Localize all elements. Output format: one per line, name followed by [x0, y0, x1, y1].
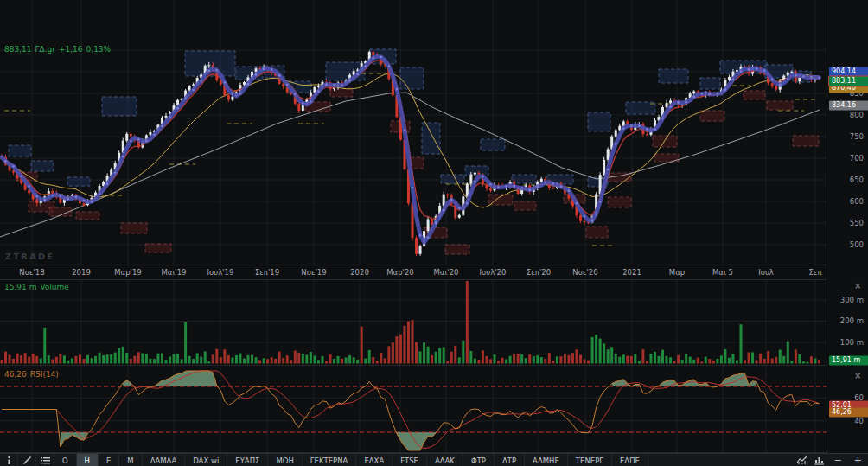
time-axis[interactable]: Νοε'182019Μαρ'19Μαι'19Ιουλ'19Σεπ'19Νοε'1… — [0, 265, 868, 280]
toolbar-item-FTSE[interactable]: FTSE — [393, 454, 427, 466]
toolbar-item-Μ[interactable]: Μ — [119, 454, 142, 466]
toolbar-right-group: −+ — [794, 454, 868, 466]
time-axis-label: Μαρ — [669, 268, 685, 277]
time-axis-label: Νοε'20 — [572, 268, 597, 277]
toolbar-item-ΕΛΧΑ[interactable]: ΕΛΧΑ — [356, 454, 393, 466]
band-upper-badge: 904,14 — [829, 67, 868, 76]
time-axis-label: Νοε'18 — [19, 268, 44, 277]
rsi-value-badge: 46,26 — [829, 407, 868, 417]
toolbar-draw-icon[interactable] — [18, 454, 36, 466]
rsi-value-text: 46,26 — [4, 370, 27, 379]
toolbar-item-ΓΕΚΤΕΡΝΑ[interactable]: ΓΕΚΤΕΡΝΑ — [303, 454, 357, 466]
ztrade-watermark: ZTRADE — [5, 252, 54, 261]
rsi-name-text: RSI(14) — [30, 370, 59, 379]
ma-slow-badge: 834,16 — [829, 100, 868, 110]
volume-value-text: 15,91 m — [4, 283, 36, 291]
time-axis-label: Σεπ'19 — [255, 268, 279, 277]
last-price-badge: 883,11 — [829, 76, 868, 86]
toolbar-item-Ε[interactable]: Ε — [99, 454, 119, 466]
time-axis-label: 2020 — [350, 268, 369, 277]
panel-divider[interactable] — [0, 365, 827, 366]
time-axis-label: Μαι'20 — [434, 268, 459, 277]
time-axis-label: Ιουλ — [758, 268, 774, 277]
time-axis-label: Σεπ'20 — [527, 268, 551, 277]
rsi-levels-layer — [0, 386, 827, 432]
rsi-panel-legend: 46,26RSI(14) — [4, 370, 62, 379]
change-text: +1,16 — [59, 45, 83, 54]
toolbar-item-DAX.wi[interactable]: DAX.wi — [185, 454, 227, 466]
toolbar-item-ΛΑΜΔΑ[interactable]: ΛΑΜΔΑ — [143, 454, 186, 466]
toolbar-volume-toggle-icon[interactable] — [811, 454, 828, 466]
price-axis-label: 550 — [850, 219, 864, 227]
toolbar-item-Ω[interactable]: Ω — [54, 454, 77, 466]
toolbar-chart-type-icon[interactable] — [794, 454, 811, 466]
price-axis-label: 600 — [850, 197, 864, 206]
price-axis-label: 700 — [850, 154, 864, 163]
main-price-chart[interactable] — [0, 0, 827, 265]
price-axis-label: 200 m — [840, 316, 864, 325]
rsi-fill-layer — [61, 371, 756, 450]
volume-bars-layer — [1, 281, 820, 364]
bottom-toolbar: ΩΗΕΜΛΑΜΔΑDAX.wiΕΥΑΠΣΜΟΗΓΕΚΤΕΡΝΑΕΛΧΑFTSEΑ… — [0, 453, 868, 466]
volume-panel[interactable] — [0, 279, 827, 365]
time-axis-label: Νοε'19 — [301, 268, 326, 277]
toolbar-item-Η[interactable]: Η — [77, 454, 99, 466]
toolbar-item-ΑΔΜΗΕ[interactable]: ΑΔΜΗΕ — [525, 454, 568, 466]
price-axis-label: 300 m — [840, 296, 864, 304]
price-axis-label: 800 — [850, 111, 864, 119]
time-axis-label: Μαρ'20 — [386, 268, 414, 277]
price-axis-label: 750 — [850, 132, 864, 141]
toolbar-item-ΕΥΑΠΣ[interactable]: ΕΥΑΠΣ — [227, 454, 268, 466]
time-axis-label: 2021 — [622, 268, 641, 277]
toolbar-item-ΤΕΝΕΡΓ[interactable]: ΤΕΝΕΡΓ — [568, 454, 612, 466]
price-axis[interactable]: 850800750700650600550500300 m200 m100 m6… — [827, 0, 868, 453]
volume-panel-close-icon[interactable]: × — [854, 283, 861, 290]
volume-badge: 15,91 m — [829, 355, 868, 365]
symbol-text: ΓΔ.gr — [35, 45, 55, 54]
time-axis-label: Μαι 5 — [712, 268, 733, 277]
time-axis-label: Ιουλ'20 — [480, 268, 507, 277]
toolbar-item-ΜΟΗ[interactable]: ΜΟΗ — [268, 454, 302, 466]
change-pct-text: 0,13% — [86, 45, 112, 54]
zoom-in-button[interactable]: + — [848, 454, 868, 466]
rsi-panel[interactable] — [0, 366, 827, 453]
time-axis-label: Ιουλ'19 — [207, 268, 234, 277]
price-axis-label: 650 — [850, 176, 864, 184]
time-axis-label: Μαρ'19 — [114, 268, 142, 277]
time-axis-label: 2019 — [72, 268, 91, 277]
toolbar-item-ΑΔΑΚ[interactable]: ΑΔΑΚ — [427, 454, 463, 466]
time-axis-label: Σεπ — [808, 268, 821, 277]
last-price-text: 883,11 — [4, 45, 32, 54]
toolbar-item-ΕΛΠΕ[interactable]: ΕΛΠΕ — [612, 454, 648, 466]
rsi-panel-close-icon[interactable]: × — [854, 373, 861, 380]
toolbar-info-icon[interactable] — [0, 454, 18, 466]
price-axis-label: 40 — [854, 417, 864, 425]
zoom-out-button[interactable]: − — [828, 454, 848, 466]
trading-terminal: 883,11ΓΔ.gr+1,160,13% ZTRADE Νοε'182019Μ… — [0, 0, 868, 466]
main-chart-legend: 883,11ΓΔ.gr+1,160,13% — [4, 45, 114, 54]
volume-panel-legend: 15,91 mVolume — [4, 283, 73, 291]
toolbar-item-ΔΤΡ[interactable]: ΔΤΡ — [495, 454, 525, 466]
price-axis-label: 500 — [850, 240, 864, 249]
time-axis-label: Μαι'19 — [162, 268, 187, 277]
toolbar-item-ΦΤΡ[interactable]: ΦΤΡ — [463, 454, 495, 466]
volume-name-text: Volume — [40, 283, 68, 291]
toolbar-layout-icon[interactable] — [36, 454, 54, 466]
price-axis-label: 100 m — [840, 338, 864, 347]
